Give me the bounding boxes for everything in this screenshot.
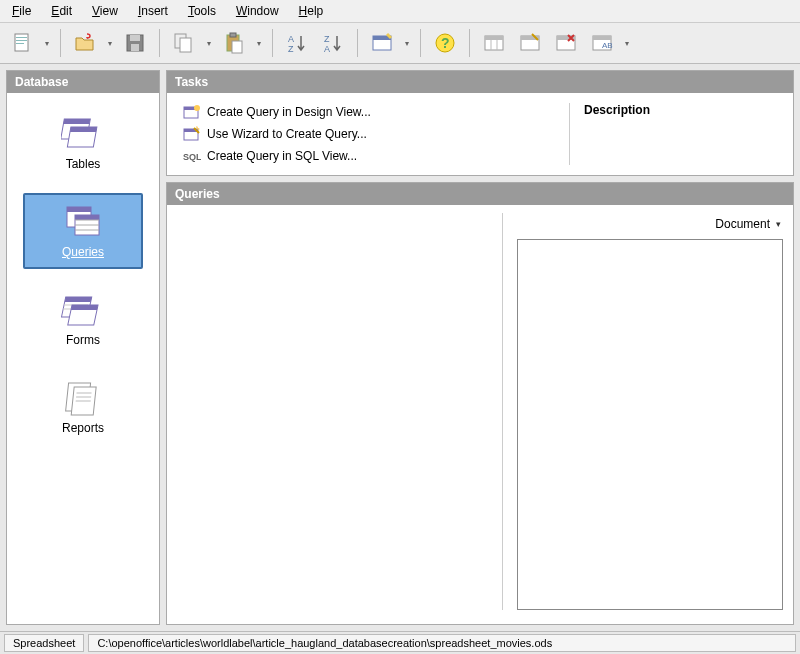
- tasks-panel: Tasks Create Query in Design View... Use…: [166, 70, 794, 176]
- svg-rect-1: [16, 37, 27, 38]
- svg-text:Z: Z: [324, 34, 330, 44]
- svg-rect-0: [15, 34, 28, 51]
- dropdown-arrow-icon: ▾: [776, 219, 781, 229]
- svg-rect-32: [63, 119, 90, 124]
- svg-rect-6: [131, 44, 139, 51]
- document-dropdown[interactable]: Document ▾: [517, 213, 783, 239]
- reports-icon: [61, 379, 105, 417]
- sidebar-header: Database: [7, 71, 159, 93]
- table-edit-icon[interactable]: [514, 27, 546, 59]
- menu-file[interactable]: File: [4, 2, 39, 20]
- svg-text:Z: Z: [288, 44, 294, 54]
- svg-rect-8: [180, 38, 191, 52]
- task-label: Create Query in Design View...: [207, 105, 371, 119]
- svg-text:SQL: SQL: [183, 152, 201, 162]
- nav-label: Queries: [62, 245, 104, 259]
- statusbar: Spreadsheet C:\openoffice\articles\world…: [0, 631, 800, 654]
- svg-rect-11: [232, 41, 242, 53]
- form-dropdown-arrow[interactable]: ▾: [402, 27, 412, 59]
- queries-list[interactable]: [177, 213, 503, 610]
- svg-rect-21: [485, 36, 503, 40]
- menubar: File Edit View Insert Tools Window Help: [0, 0, 800, 23]
- svg-text:?: ?: [441, 35, 450, 51]
- sidebar-item-forms[interactable]: Forms: [23, 281, 143, 357]
- sidebar-item-reports[interactable]: Reports: [23, 369, 143, 445]
- task-create-design-view[interactable]: Create Query in Design View...: [181, 103, 569, 121]
- svg-rect-3: [16, 43, 24, 44]
- toolbar: ▾ ▾ ▾ ▾ AZ ZA ▾ ? AB ▾: [0, 23, 800, 64]
- separator: [469, 29, 470, 57]
- tables-icon: [61, 115, 105, 153]
- separator: [159, 29, 160, 57]
- svg-rect-29: [593, 36, 611, 40]
- nav-label: Forms: [66, 333, 100, 347]
- save-icon[interactable]: [119, 27, 151, 59]
- sidebar-item-queries[interactable]: Queries: [23, 193, 143, 269]
- copy-dropdown-arrow[interactable]: ▾: [204, 27, 214, 59]
- task-label: Use Wizard to Create Query...: [207, 127, 367, 141]
- separator: [60, 29, 61, 57]
- help-icon[interactable]: ?: [429, 27, 461, 59]
- svg-rect-5: [130, 35, 140, 41]
- svg-rect-36: [67, 207, 91, 212]
- content-area: Database Tables Queries Forms Reports Ta…: [0, 64, 800, 631]
- tasks-header: Tasks: [167, 71, 793, 93]
- document-label: Document: [715, 217, 770, 231]
- form-icon[interactable]: [366, 27, 398, 59]
- queries-preview-pane: Document ▾: [503, 213, 783, 610]
- queries-icon: [61, 203, 105, 241]
- table-delete-icon[interactable]: [550, 27, 582, 59]
- svg-rect-34: [70, 127, 97, 132]
- task-sql-view[interactable]: SQL Create Query in SQL View...: [181, 147, 569, 165]
- svg-rect-43: [65, 297, 92, 302]
- paste-dropdown-arrow[interactable]: ▾: [254, 27, 264, 59]
- svg-text:A: A: [288, 34, 294, 44]
- forms-icon: [61, 291, 105, 329]
- preview-box: [517, 239, 783, 610]
- paste-icon[interactable]: [218, 27, 250, 59]
- design-view-icon: [183, 104, 201, 120]
- task-list: Create Query in Design View... Use Wizar…: [181, 103, 569, 165]
- sidebar-item-tables[interactable]: Tables: [23, 105, 143, 181]
- sort-asc-icon[interactable]: AZ: [281, 27, 313, 59]
- menu-edit[interactable]: Edit: [43, 2, 80, 20]
- description-column: Description: [569, 103, 779, 165]
- separator: [420, 29, 421, 57]
- separator: [272, 29, 273, 57]
- table-new-icon[interactable]: [478, 27, 510, 59]
- sql-icon: SQL: [183, 148, 201, 164]
- wizard-icon: [183, 126, 201, 142]
- queries-header: Queries: [167, 183, 793, 205]
- menu-view[interactable]: View: [84, 2, 126, 20]
- main-area: Tasks Create Query in Design View... Use…: [166, 70, 794, 625]
- menu-window[interactable]: Window: [228, 2, 287, 20]
- svg-text:A: A: [324, 44, 330, 54]
- table-rename-icon[interactable]: AB: [586, 27, 618, 59]
- sort-desc-icon[interactable]: ZA: [317, 27, 349, 59]
- database-sidebar: Database Tables Queries Forms Reports: [6, 70, 160, 625]
- new-document-icon[interactable]: [6, 27, 38, 59]
- menu-help[interactable]: Help: [291, 2, 332, 20]
- svg-point-55: [194, 105, 200, 111]
- svg-rect-10: [230, 33, 236, 37]
- separator: [357, 29, 358, 57]
- sidebar-items: Tables Queries Forms Reports: [7, 93, 159, 624]
- table-dropdown-arrow[interactable]: ▾: [622, 27, 632, 59]
- svg-text:AB: AB: [602, 41, 613, 50]
- open-dropdown-arrow[interactable]: ▾: [105, 27, 115, 59]
- nav-label: Reports: [62, 421, 104, 435]
- svg-rect-47: [71, 305, 98, 310]
- task-wizard[interactable]: Use Wizard to Create Query...: [181, 125, 569, 143]
- queries-panel: Queries Document ▾: [166, 182, 794, 625]
- svg-rect-38: [75, 215, 99, 220]
- status-path: C:\openoffice\articles\worldlabel\articl…: [88, 634, 796, 652]
- nav-label: Tables: [66, 157, 101, 171]
- menu-tools[interactable]: Tools: [180, 2, 224, 20]
- new-dropdown-arrow[interactable]: ▾: [42, 27, 52, 59]
- copy-icon[interactable]: [168, 27, 200, 59]
- svg-rect-2: [16, 40, 27, 41]
- description-label: Description: [584, 103, 779, 117]
- open-icon[interactable]: [69, 27, 101, 59]
- status-type: Spreadsheet: [4, 634, 84, 652]
- menu-insert[interactable]: Insert: [130, 2, 176, 20]
